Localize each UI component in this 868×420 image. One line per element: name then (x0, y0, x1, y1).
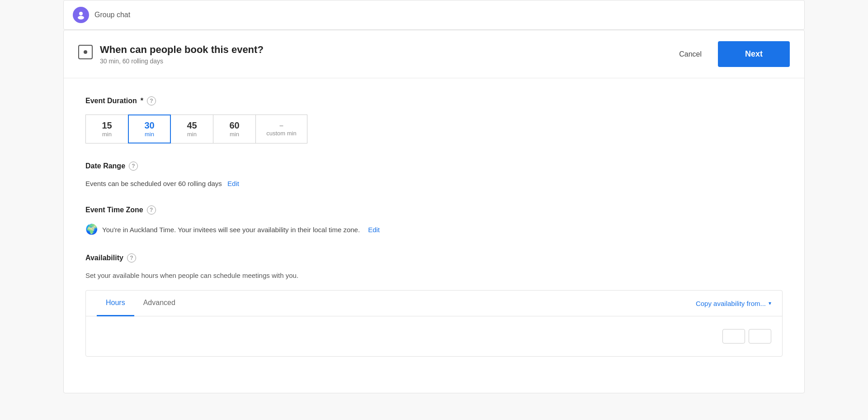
duration-15-value: 15 (102, 120, 112, 131)
card-body: Event Duration * ? 15 min 30 min 45 min (64, 78, 804, 393)
step-icon-dot (84, 50, 87, 54)
timezone-row: 🌍 You're in Auckland Time. Your invitees… (85, 224, 783, 235)
group-chat-label: Group chat (94, 11, 130, 19)
duration-45-unit: min (187, 131, 197, 138)
duration-15-button[interactable]: 15 min (85, 115, 128, 143)
top-bar: Group chat (63, 0, 805, 30)
timezone-help-icon[interactable]: ? (147, 205, 156, 215)
step-icon (78, 45, 93, 59)
event-duration-title: Event Duration * ? (85, 96, 783, 105)
page-subtitle: 30 min, 60 rolling days (100, 57, 264, 65)
date-range-help-icon[interactable]: ? (129, 162, 138, 171)
globe-icon: 🌍 (85, 224, 98, 235)
duration-60-value: 60 (229, 120, 239, 131)
availability-bottom-row (97, 325, 771, 347)
small-btn-2[interactable] (749, 329, 771, 344)
svg-point-0 (79, 12, 83, 15)
duration-60-unit: min (230, 131, 239, 138)
duration-30-button[interactable]: 30 min (128, 115, 171, 143)
date-range-edit-link[interactable]: Edit (227, 180, 239, 187)
card-header: When can people book this event? 30 min,… (64, 30, 804, 78)
next-button[interactable]: Next (718, 41, 790, 67)
main-card: When can people book this event? 30 min,… (63, 30, 805, 393)
date-range-text: Events can be scheduled over 60 rolling … (85, 180, 783, 187)
duration-15-unit: min (102, 131, 112, 138)
copy-availability-button[interactable]: Copy availability from... ▾ (696, 300, 771, 307)
cancel-button[interactable]: Cancel (672, 47, 709, 62)
duration-60-button[interactable]: 60 min (213, 115, 256, 143)
tab-hours[interactable]: Hours (97, 291, 134, 316)
card-header-text: When can people book this event? 30 min,… (100, 44, 264, 65)
duration-30-value: 30 (144, 120, 154, 131)
tabs-left: Hours Advanced (97, 291, 184, 316)
availability-help-icon[interactable]: ? (127, 253, 136, 262)
availability-description: Set your available hours when people can… (85, 272, 783, 279)
availability-section: Availability ? Set your available hours … (85, 253, 783, 357)
duration-custom-button[interactable]: – custom min (255, 115, 307, 143)
duration-options: 15 min 30 min 45 min 60 min – custom m (85, 115, 783, 143)
header-actions: Cancel Next (672, 41, 790, 67)
tabs-body (86, 316, 782, 356)
duration-30-unit: min (145, 131, 154, 138)
timezone-title: Event Time Zone ? (85, 205, 783, 215)
event-duration-help-icon[interactable]: ? (147, 96, 156, 105)
avatar (73, 7, 89, 23)
tabs-header: Hours Advanced Copy availability from...… (86, 291, 782, 316)
availability-title: Availability ? (85, 253, 783, 262)
duration-45-value: 45 (187, 120, 197, 131)
card-header-left: When can people book this event? 30 min,… (78, 44, 264, 65)
page-title: When can people book this event? (100, 44, 264, 56)
availability-tabs-container: Hours Advanced Copy availability from...… (85, 290, 783, 357)
tab-advanced[interactable]: Advanced (134, 291, 184, 316)
event-duration-section: Event Duration * ? 15 min 30 min 45 min (85, 96, 783, 143)
duration-45-button[interactable]: 45 min (170, 115, 213, 143)
date-range-section: Date Range ? Events can be scheduled ove… (85, 162, 783, 187)
timezone-edit-link[interactable]: Edit (368, 226, 380, 234)
small-btn-1[interactable] (722, 329, 745, 344)
duration-custom-dash: – (279, 122, 283, 130)
timezone-section: Event Time Zone ? 🌍 You're in Auckland T… (85, 205, 783, 235)
duration-custom-unit: custom min (266, 130, 296, 137)
svg-point-1 (78, 16, 84, 19)
chevron-down-icon: ▾ (769, 300, 771, 306)
date-range-title: Date Range ? (85, 162, 783, 171)
